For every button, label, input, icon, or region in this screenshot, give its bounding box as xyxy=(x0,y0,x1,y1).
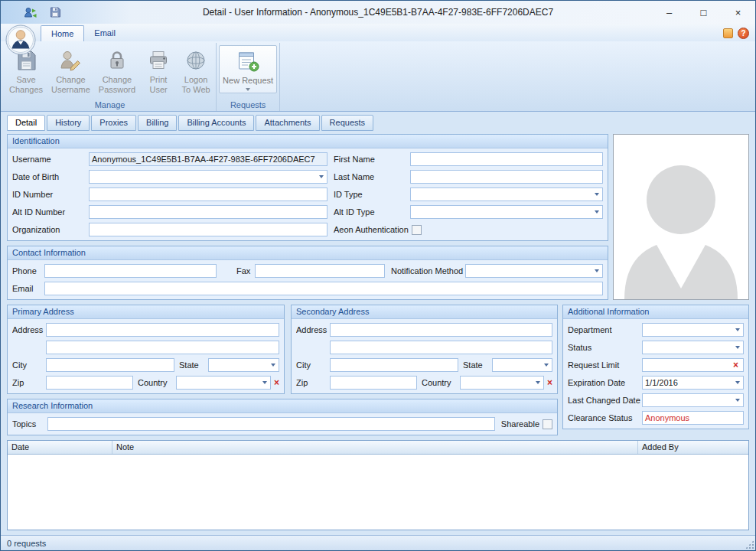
request-limit-input[interactable]: × xyxy=(642,358,744,372)
last-name-input[interactable] xyxy=(410,170,603,184)
minimize-button[interactable]: – xyxy=(652,1,686,24)
chevron-down-icon[interactable] xyxy=(591,265,602,277)
maximize-button[interactable]: □ xyxy=(686,1,721,24)
shareable-checkbox[interactable] xyxy=(543,419,552,429)
aeon-authentication-checkbox[interactable] xyxy=(412,225,422,235)
user-photo-placeholder[interactable] xyxy=(613,134,749,300)
tab-requests[interactable]: Requests xyxy=(321,115,373,131)
department-combobox[interactable] xyxy=(642,323,744,337)
application-button[interactable] xyxy=(5,24,36,55)
notes-grid-body[interactable] xyxy=(8,455,748,530)
ribbon-tab-email[interactable]: Email xyxy=(84,25,125,41)
tab-billing-accounts[interactable]: Billing Accounts xyxy=(178,115,254,131)
titlebar: Detail - User Information - Anonymous_1C… xyxy=(1,1,755,24)
secondary-address-line2-input[interactable] xyxy=(330,341,552,354)
clearance-status-input[interactable]: Anonymous xyxy=(642,411,744,425)
quick-access-toolbar xyxy=(1,6,62,18)
detail-page: Identification Username Anonymous_1C49E5… xyxy=(1,131,755,535)
secondary-zip-input[interactable] xyxy=(330,376,417,390)
window-title: Detail - User Information - Anonymous_1C… xyxy=(1,7,755,18)
id-number-input[interactable] xyxy=(89,187,327,201)
chevron-down-icon[interactable] xyxy=(533,377,543,389)
primary-state-combobox[interactable] xyxy=(208,358,279,372)
primary-country-combobox[interactable] xyxy=(176,376,271,390)
contact-information-header: Contact Information xyxy=(8,246,608,260)
tab-proxies[interactable]: Proxies xyxy=(91,115,136,131)
chevron-down-icon[interactable] xyxy=(591,206,602,218)
secondary-country-combobox[interactable] xyxy=(460,376,544,390)
column-header-note[interactable]: Note xyxy=(112,441,638,454)
chevron-down-icon[interactable] xyxy=(268,359,279,371)
clear-button[interactable]: × xyxy=(274,378,279,387)
secondary-state-combobox[interactable] xyxy=(492,358,552,372)
id-type-combobox[interactable] xyxy=(410,187,603,201)
expiration-date-combobox[interactable]: 1/1/2016 xyxy=(642,376,744,390)
resize-grip[interactable] xyxy=(745,540,754,549)
chevron-down-icon[interactable] xyxy=(316,171,327,183)
new-request-button[interactable]: New Request xyxy=(219,45,277,93)
chevron-down-icon[interactable] xyxy=(732,324,743,336)
secondary-address-line1-input[interactable] xyxy=(330,323,552,337)
quick-save-icon[interactable] xyxy=(48,6,62,18)
chevron-down-icon[interactable] xyxy=(259,377,270,389)
secondary-address-section: Secondary Address Address Cit xyxy=(291,305,558,394)
alt-id-number-input[interactable] xyxy=(89,205,327,219)
primary-address-section: Primary Address Address City xyxy=(7,305,285,394)
clear-button[interactable]: × xyxy=(733,360,738,370)
topics-label: Topics xyxy=(12,419,47,429)
id-number-label: ID Number xyxy=(12,190,89,199)
chevron-down-icon[interactable] xyxy=(732,377,743,389)
organization-label: Organization xyxy=(12,225,89,234)
notification-method-combobox[interactable] xyxy=(465,264,603,278)
status-combobox[interactable] xyxy=(642,341,744,354)
fax-input[interactable] xyxy=(255,264,385,278)
secondary-state-label: State xyxy=(463,360,492,370)
primary-address-line2-input[interactable] xyxy=(46,341,279,354)
document-tabs: Detail History Proxies Billing Billing A… xyxy=(1,112,755,131)
print-user-button[interactable]: PrintUser xyxy=(141,45,176,96)
additional-information-section: Additional Information Department Status xyxy=(562,305,749,429)
date-of-birth-combobox[interactable] xyxy=(89,170,327,184)
primary-city-input[interactable] xyxy=(46,358,174,372)
ribbon-group-requests: New Request Requests xyxy=(217,43,280,111)
switch-user-icon[interactable] xyxy=(24,6,37,18)
clear-button[interactable]: × xyxy=(547,378,552,387)
request-limit-label: Request Limit xyxy=(568,360,642,370)
status-text: 0 requests xyxy=(7,539,46,548)
research-information-section: Research Information Topics Shareable xyxy=(7,399,558,435)
email-input[interactable] xyxy=(44,282,603,295)
change-username-button[interactable]: ChangeUsername xyxy=(48,45,93,96)
logon-to-web-button[interactable]: LogonTo Web xyxy=(178,45,213,96)
tab-attachments[interactable]: Attachments xyxy=(256,115,319,131)
chevron-down-icon[interactable] xyxy=(591,188,602,201)
alt-id-type-combobox[interactable] xyxy=(410,205,603,219)
ribbon-tab-home[interactable]: Home xyxy=(41,25,84,41)
close-button[interactable]: × xyxy=(721,1,755,24)
tab-billing[interactable]: Billing xyxy=(138,115,177,131)
column-header-added-by[interactable]: Added By xyxy=(638,441,748,454)
person-silhouette-icon xyxy=(614,139,748,299)
style-options-icon[interactable] xyxy=(723,28,733,38)
notification-method-label: Notification Method xyxy=(391,266,465,276)
primary-address-line1-input[interactable] xyxy=(46,323,279,337)
secondary-city-label: City xyxy=(296,360,330,370)
phone-input[interactable] xyxy=(44,264,217,278)
expiration-date-label: Expiration Date xyxy=(568,378,642,387)
primary-address-header: Primary Address xyxy=(8,305,284,319)
tab-history[interactable]: History xyxy=(47,115,90,131)
help-button[interactable]: ? xyxy=(738,28,749,39)
chevron-down-icon[interactable] xyxy=(541,359,552,371)
secondary-city-input[interactable] xyxy=(330,358,458,372)
organization-input[interactable] xyxy=(89,223,327,236)
topics-input[interactable] xyxy=(47,417,495,431)
chevron-down-icon[interactable] xyxy=(732,341,743,354)
shareable-label: Shareable xyxy=(501,419,539,429)
last-changed-date-combobox[interactable] xyxy=(642,393,744,407)
change-password-button[interactable]: ChangePassword xyxy=(96,45,138,96)
primary-zip-input[interactable] xyxy=(46,376,133,390)
column-header-date[interactable]: Date xyxy=(8,441,112,454)
chevron-down-icon[interactable] xyxy=(732,394,743,406)
tab-detail[interactable]: Detail xyxy=(7,115,45,131)
first-name-input[interactable] xyxy=(410,152,603,166)
username-input[interactable]: Anonymous_1C49E5B1-B7AA-4F27-983E-6FF720… xyxy=(89,152,327,166)
